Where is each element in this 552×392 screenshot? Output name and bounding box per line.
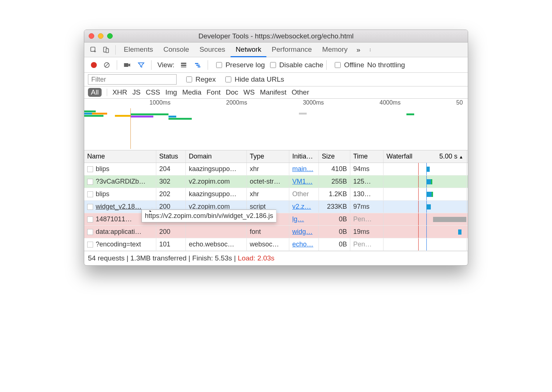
column-header-waterfall[interactable]: Waterfall5.00 s▲: [384, 150, 467, 163]
initiator-cell[interactable]: VM1…: [289, 175, 319, 188]
tab-performance[interactable]: Performance: [266, 42, 317, 57]
file-icon: [87, 191, 93, 197]
type-filter-img[interactable]: Img: [166, 88, 177, 96]
column-header-domain[interactable]: Domain: [186, 150, 247, 163]
large-rows-icon[interactable]: [180, 61, 188, 69]
initiator-cell[interactable]: echo…: [289, 238, 319, 250]
camera-icon[interactable]: [123, 61, 131, 69]
tab-network[interactable]: Network: [231, 42, 267, 57]
regex-label: Regex: [195, 75, 216, 83]
request-name: ?encoding=text: [96, 241, 141, 248]
table-row[interactable]: ?encoding=text101echo.websoc…websoc…echo…: [84, 238, 468, 251]
regex-checkbox[interactable]: Regex: [185, 75, 216, 83]
domain-cell: v2.zopim.com: [186, 175, 247, 188]
table-row[interactable]: data:applicati…200fontwidg…0B19ms: [84, 226, 468, 238]
throttling-select[interactable]: No throttling: [367, 61, 405, 69]
tab-sources[interactable]: Sources: [194, 42, 231, 57]
overview-timeline[interactable]: 1000ms2000ms3000ms4000ms50: [84, 99, 468, 150]
column-header-name[interactable]: Name: [84, 150, 156, 163]
table-header-row: NameStatusDomainTypeInitia…SizeTimeWater…: [84, 150, 468, 163]
svg-rect-10: [181, 65, 186, 66]
time-cell: 94ms: [350, 163, 384, 175]
kebab-icon[interactable]: [366, 46, 374, 54]
size-cell: 233KB: [319, 201, 350, 213]
type-filter-js[interactable]: JS: [132, 88, 140, 96]
type-filter-manifest[interactable]: Manifest: [260, 88, 286, 96]
domain-cell: kaazingsuppo…: [186, 188, 247, 200]
timeline-tick: 4000ms: [379, 99, 401, 106]
initiator-cell[interactable]: widg…: [289, 226, 319, 238]
request-name: ?3vCaGRDlZb…: [96, 178, 146, 185]
file-icon: [87, 166, 93, 172]
table-row[interactable]: blips202kaazingsuppo…xhrOther1.2KB130…: [84, 188, 468, 201]
inspect-icon[interactable]: [89, 46, 98, 54]
traffic-lights: [89, 33, 113, 39]
column-header-time[interactable]: Time: [350, 150, 384, 163]
record-icon: [91, 62, 97, 68]
table-row[interactable]: blips204kaazingsuppo…xhrmain…410B94ms: [84, 163, 468, 175]
type-filter-other[interactable]: Other: [292, 88, 309, 96]
table-row[interactable]: ?3vCaGRDlZb…302v2.zopim.comoctet-str…VM1…: [84, 175, 468, 188]
column-header-type[interactable]: Type: [247, 150, 289, 163]
svg-point-3: [370, 48, 371, 49]
hide-data-urls-checkbox[interactable]: Hide data URLs: [224, 75, 284, 83]
size-cell: 410B: [319, 163, 350, 175]
column-header-initia[interactable]: Initia…: [289, 150, 319, 163]
status-cell: 101: [156, 238, 186, 250]
column-header-status[interactable]: Status: [156, 150, 186, 163]
initiator-cell[interactable]: v2.z…: [289, 201, 319, 213]
tab-console[interactable]: Console: [158, 42, 194, 57]
timeline-tracks: [84, 108, 468, 149]
size-cell: 0B: [319, 213, 350, 225]
type-filter-xhr[interactable]: XHR: [112, 88, 127, 96]
status-bar: 54 requests | 1.3MB transferred | Finish…: [84, 251, 468, 265]
request-name: blips: [96, 165, 109, 173]
divider: [151, 60, 151, 70]
tab-memory[interactable]: Memory: [317, 42, 353, 57]
svg-rect-13: [197, 65, 200, 66]
close-window-button[interactable]: [89, 33, 94, 39]
initiator-cell[interactable]: main…: [289, 163, 319, 175]
devtools-window: Developer Tools - https://websocket.org/…: [84, 30, 468, 266]
minimize-window-button[interactable]: [98, 33, 103, 39]
waterfall-cell: [384, 201, 467, 213]
device-toggle-icon[interactable]: [102, 46, 110, 54]
initiator-cell[interactable]: lg…: [289, 213, 319, 225]
domain-cell: echo.websoc…: [186, 238, 247, 250]
type-filter-all[interactable]: All: [88, 88, 102, 97]
filter-input[interactable]: [88, 74, 177, 85]
file-icon: [87, 229, 93, 235]
clear-icon[interactable]: [103, 61, 111, 69]
type-filter-css[interactable]: CSS: [146, 88, 160, 96]
divider: [326, 60, 327, 70]
type-filter-font[interactable]: Font: [207, 88, 221, 96]
disable-cache-checkbox[interactable]: Disable cache: [269, 61, 323, 69]
titlebar: Developer Tools - https://websocket.org/…: [84, 30, 468, 42]
waterfall-cell: [384, 226, 467, 238]
preserve-log-checkbox[interactable]: Preserve log: [215, 61, 265, 69]
time-cell: 130…: [350, 188, 384, 200]
zoom-window-button[interactable]: [107, 33, 113, 39]
filter-row: Regex Hide data URLs: [84, 73, 468, 86]
svg-line-7: [105, 63, 109, 67]
type-filter-doc[interactable]: Doc: [226, 88, 238, 96]
status-cell: 202: [156, 188, 186, 200]
domain-cell: kaazingsuppo…: [186, 163, 247, 175]
type-cell: websoc…: [247, 238, 289, 250]
filter-icon[interactable]: [137, 61, 145, 69]
type-filter-ws[interactable]: WS: [243, 88, 255, 96]
record-button[interactable]: [91, 62, 97, 68]
offline-checkbox[interactable]: Offline: [333, 61, 364, 69]
waterfall-icon[interactable]: [194, 61, 202, 69]
time-cell: 97ms: [350, 201, 384, 213]
time-cell: 125…: [350, 175, 384, 188]
request-name: blips: [96, 190, 109, 198]
size-cell: 255B: [319, 175, 350, 188]
waterfall-cell: [384, 213, 467, 225]
table-row[interactable]: widget_v2.18…200v2.zopim.comscriptv2.z…2…: [84, 201, 468, 213]
type-filter-media[interactable]: Media: [182, 88, 201, 96]
tab-elements[interactable]: Elements: [119, 42, 158, 57]
more-tabs-button[interactable]: »: [353, 46, 364, 54]
timeline-scrubber[interactable]: [130, 108, 131, 149]
column-header-size[interactable]: Size: [319, 150, 350, 163]
